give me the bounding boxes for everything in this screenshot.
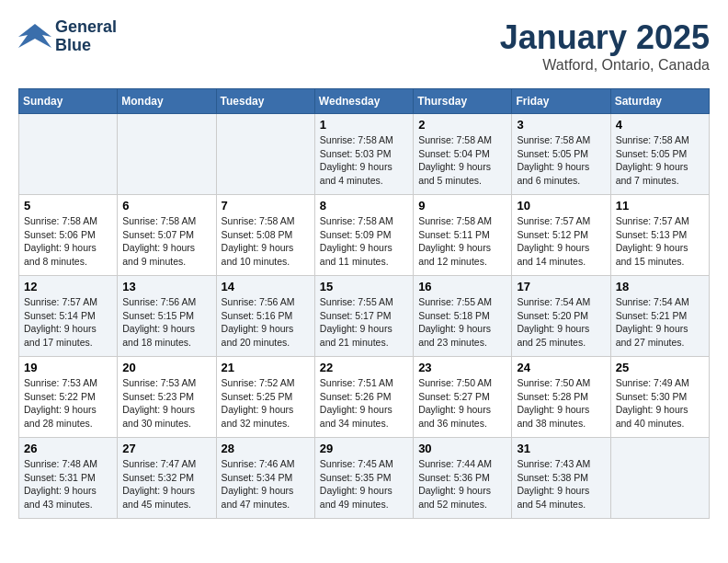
calendar-cell: 20Sunrise: 7:53 AM Sunset: 5:23 PM Dayli… [118,357,216,438]
calendar-header-row: SundayMondayTuesdayWednesdayThursdayFrid… [19,89,710,114]
calendar-cell [610,438,709,519]
day-info: Sunrise: 7:50 AM Sunset: 5:28 PM Dayligh… [517,376,605,431]
day-number: 2 [418,118,506,132]
calendar-week-row: 19Sunrise: 7:53 AM Sunset: 5:22 PM Dayli… [19,357,710,438]
calendar-week-row: 12Sunrise: 7:57 AM Sunset: 5:14 PM Dayli… [19,276,710,357]
day-info: Sunrise: 7:58 AM Sunset: 5:09 PM Dayligh… [320,214,408,269]
calendar-cell: 1Sunrise: 7:58 AM Sunset: 5:03 PM Daylig… [314,114,413,195]
column-header-saturday: Saturday [610,89,709,114]
day-info: Sunrise: 7:56 AM Sunset: 5:16 PM Dayligh… [222,295,310,350]
day-number: 17 [517,280,605,293]
title-block: January 2025 Watford, Ontario, Canada [500,18,710,74]
day-info: Sunrise: 7:48 AM Sunset: 5:31 PM Dayligh… [24,457,112,511]
day-info: Sunrise: 7:53 AM Sunset: 5:23 PM Dayligh… [122,376,210,431]
day-info: Sunrise: 7:57 AM Sunset: 5:14 PM Dayligh… [24,295,112,350]
page-subtitle: Watford, Ontario, Canada [500,57,710,74]
calendar-week-row: 26Sunrise: 7:48 AM Sunset: 5:31 PM Dayli… [19,438,710,519]
day-info: Sunrise: 7:58 AM Sunset: 5:08 PM Dayligh… [222,214,310,269]
calendar-cell: 26Sunrise: 7:48 AM Sunset: 5:31 PM Dayli… [19,438,118,519]
day-info: Sunrise: 7:57 AM Sunset: 5:12 PM Dayligh… [517,214,605,269]
day-number: 26 [24,442,112,455]
day-info: Sunrise: 7:47 AM Sunset: 5:32 PM Dayligh… [122,457,210,511]
day-info: Sunrise: 7:58 AM Sunset: 5:03 PM Dayligh… [320,133,408,188]
day-number: 25 [616,361,704,374]
day-number: 9 [418,199,506,213]
day-number: 13 [122,280,210,293]
day-number: 30 [418,442,506,455]
calendar-cell: 31Sunrise: 7:43 AM Sunset: 5:38 PM Dayli… [512,438,610,519]
day-info: Sunrise: 7:58 AM Sunset: 5:05 PM Dayligh… [517,133,605,188]
calendar-cell: 24Sunrise: 7:50 AM Sunset: 5:28 PM Dayli… [512,357,610,438]
calendar-cell: 8Sunrise: 7:58 AM Sunset: 5:09 PM Daylig… [314,195,413,276]
day-info: Sunrise: 7:54 AM Sunset: 5:21 PM Dayligh… [616,295,704,350]
day-info: Sunrise: 7:51 AM Sunset: 5:26 PM Dayligh… [320,376,408,431]
day-info: Sunrise: 7:56 AM Sunset: 5:15 PM Dayligh… [122,295,210,350]
calendar-cell: 14Sunrise: 7:56 AM Sunset: 5:16 PM Dayli… [216,276,314,357]
calendar-cell: 12Sunrise: 7:57 AM Sunset: 5:14 PM Dayli… [19,276,118,357]
day-info: Sunrise: 7:58 AM Sunset: 5:07 PM Dayligh… [122,214,210,269]
calendar-cell [118,114,216,195]
day-number: 18 [616,280,704,293]
day-number: 12 [24,280,112,293]
day-info: Sunrise: 7:44 AM Sunset: 5:36 PM Dayligh… [418,457,506,511]
calendar-cell: 28Sunrise: 7:46 AM Sunset: 5:34 PM Dayli… [216,438,314,519]
day-info: Sunrise: 7:49 AM Sunset: 5:30 PM Dayligh… [616,376,704,431]
calendar-cell: 25Sunrise: 7:49 AM Sunset: 5:30 PM Dayli… [610,357,709,438]
calendar-cell: 13Sunrise: 7:56 AM Sunset: 5:15 PM Dayli… [118,276,216,357]
day-number: 20 [122,361,210,374]
day-number: 23 [418,361,506,374]
day-number: 14 [222,280,310,293]
column-header-wednesday: Wednesday [314,89,413,114]
day-number: 5 [24,199,112,213]
calendar-cell: 16Sunrise: 7:55 AM Sunset: 5:18 PM Dayli… [414,276,512,357]
day-number: 24 [517,361,605,374]
day-info: Sunrise: 7:58 AM Sunset: 5:05 PM Dayligh… [616,133,704,188]
calendar-cell: 15Sunrise: 7:55 AM Sunset: 5:17 PM Dayli… [314,276,413,357]
day-info: Sunrise: 7:53 AM Sunset: 5:22 PM Dayligh… [24,376,112,431]
column-header-sunday: Sunday [19,89,118,114]
calendar-cell: 11Sunrise: 7:57 AM Sunset: 5:13 PM Dayli… [610,195,709,276]
day-number: 7 [222,199,310,213]
calendar-cell: 6Sunrise: 7:58 AM Sunset: 5:07 PM Daylig… [118,195,216,276]
day-info: Sunrise: 7:52 AM Sunset: 5:25 PM Dayligh… [222,376,310,431]
calendar-cell: 29Sunrise: 7:45 AM Sunset: 5:35 PM Dayli… [314,438,413,519]
day-info: Sunrise: 7:46 AM Sunset: 5:34 PM Dayligh… [222,457,310,511]
day-info: Sunrise: 7:43 AM Sunset: 5:38 PM Dayligh… [517,457,605,511]
logo: General Blue [18,18,117,55]
day-info: Sunrise: 7:58 AM Sunset: 5:11 PM Dayligh… [418,214,506,269]
calendar-cell: 17Sunrise: 7:54 AM Sunset: 5:20 PM Dayli… [512,276,610,357]
day-number: 10 [517,199,605,213]
calendar-cell: 27Sunrise: 7:47 AM Sunset: 5:32 PM Dayli… [118,438,216,519]
column-header-friday: Friday [512,89,610,114]
day-number: 4 [616,118,704,132]
day-number: 29 [320,442,408,455]
column-header-tuesday: Tuesday [216,89,314,114]
calendar-cell: 3Sunrise: 7:58 AM Sunset: 5:05 PM Daylig… [512,114,610,195]
day-info: Sunrise: 7:58 AM Sunset: 5:06 PM Dayligh… [24,214,112,269]
calendar-cell: 10Sunrise: 7:57 AM Sunset: 5:12 PM Dayli… [512,195,610,276]
day-number: 15 [320,280,408,293]
day-number: 27 [122,442,210,455]
calendar-week-row: 1Sunrise: 7:58 AM Sunset: 5:03 PM Daylig… [19,114,710,195]
calendar-cell: 2Sunrise: 7:58 AM Sunset: 5:04 PM Daylig… [414,114,512,195]
day-number: 8 [320,199,408,213]
day-info: Sunrise: 7:58 AM Sunset: 5:04 PM Dayligh… [418,133,506,188]
day-info: Sunrise: 7:57 AM Sunset: 5:13 PM Dayligh… [616,214,704,269]
calendar-cell: 19Sunrise: 7:53 AM Sunset: 5:22 PM Dayli… [19,357,118,438]
calendar-cell: 18Sunrise: 7:54 AM Sunset: 5:21 PM Dayli… [610,276,709,357]
day-info: Sunrise: 7:45 AM Sunset: 5:35 PM Dayligh… [320,457,408,511]
calendar-cell: 22Sunrise: 7:51 AM Sunset: 5:26 PM Dayli… [314,357,413,438]
day-number: 22 [320,361,408,374]
column-header-monday: Monday [118,89,216,114]
day-number: 16 [418,280,506,293]
day-info: Sunrise: 7:50 AM Sunset: 5:27 PM Dayligh… [418,376,506,431]
column-header-thursday: Thursday [414,89,512,114]
day-info: Sunrise: 7:54 AM Sunset: 5:20 PM Dayligh… [517,295,605,350]
day-number: 3 [517,118,605,132]
day-number: 1 [320,118,408,132]
calendar-cell: 5Sunrise: 7:58 AM Sunset: 5:06 PM Daylig… [19,195,118,276]
logo-icon [18,20,51,53]
day-number: 21 [222,361,310,374]
calendar-cell [216,114,314,195]
day-number: 11 [616,199,704,213]
